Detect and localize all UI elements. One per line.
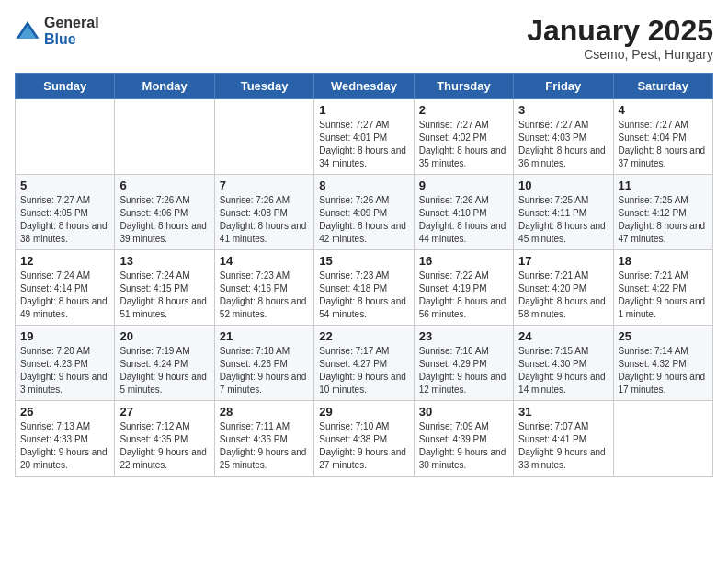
weekday-header: Thursday <box>414 74 513 99</box>
calendar-week-row: 1Sunrise: 7:27 AMSunset: 4:01 PMDaylight… <box>16 99 713 175</box>
weekday-header: Friday <box>514 74 613 99</box>
calendar-cell <box>16 99 115 175</box>
calendar-cell: 9Sunrise: 7:26 AMSunset: 4:10 PMDaylight… <box>414 175 513 250</box>
calendar-cell: 27Sunrise: 7:12 AMSunset: 4:35 PMDayligh… <box>115 401 214 477</box>
location: Csemo, Pest, Hungary <box>527 47 713 62</box>
day-number: 8 <box>319 178 408 192</box>
calendar-cell: 19Sunrise: 7:20 AMSunset: 4:23 PMDayligh… <box>16 326 115 401</box>
calendar-cell: 13Sunrise: 7:24 AMSunset: 4:15 PMDayligh… <box>115 250 214 326</box>
day-number: 13 <box>119 254 209 268</box>
calendar: SundayMondayTuesdayWednesdayThursdayFrid… <box>15 73 713 477</box>
calendar-cell: 25Sunrise: 7:14 AMSunset: 4:32 PMDayligh… <box>613 326 712 401</box>
day-info: Sunrise: 7:22 AMSunset: 4:19 PMDaylight:… <box>419 270 508 321</box>
day-number: 30 <box>419 405 508 419</box>
day-info: Sunrise: 7:18 AMSunset: 4:26 PMDaylight:… <box>220 345 309 396</box>
calendar-week-row: 12Sunrise: 7:24 AMSunset: 4:14 PMDayligh… <box>16 250 713 326</box>
day-number: 16 <box>419 254 508 268</box>
calendar-week-row: 5Sunrise: 7:27 AMSunset: 4:05 PMDaylight… <box>16 175 713 250</box>
day-number: 7 <box>220 178 309 192</box>
day-info: Sunrise: 7:27 AMSunset: 4:02 PMDaylight:… <box>419 119 508 170</box>
day-info: Sunrise: 7:27 AMSunset: 4:01 PMDaylight:… <box>319 119 408 170</box>
calendar-cell: 16Sunrise: 7:22 AMSunset: 4:19 PMDayligh… <box>414 250 513 326</box>
day-info: Sunrise: 7:26 AMSunset: 4:06 PMDaylight:… <box>119 194 209 246</box>
day-info: Sunrise: 7:27 AMSunset: 4:03 PMDaylight:… <box>518 119 608 170</box>
day-number: 5 <box>20 178 109 192</box>
day-number: 20 <box>119 329 209 343</box>
calendar-cell <box>214 99 313 175</box>
logo-blue: Blue <box>44 31 99 48</box>
day-info: Sunrise: 7:13 AMSunset: 4:33 PMDaylight:… <box>20 420 109 472</box>
day-number: 12 <box>20 254 109 268</box>
day-info: Sunrise: 7:15 AMSunset: 4:30 PMDaylight:… <box>518 345 608 396</box>
calendar-cell: 28Sunrise: 7:11 AMSunset: 4:36 PMDayligh… <box>214 401 313 477</box>
logo-text: General Blue <box>44 15 99 47</box>
calendar-cell <box>613 401 712 477</box>
day-number: 29 <box>319 405 408 419</box>
calendar-cell: 24Sunrise: 7:15 AMSunset: 4:30 PMDayligh… <box>514 326 613 401</box>
page-header: General Blue January 2025 Csemo, Pest, H… <box>15 15 713 62</box>
day-number: 9 <box>419 178 508 192</box>
calendar-cell: 23Sunrise: 7:16 AMSunset: 4:29 PMDayligh… <box>414 326 513 401</box>
day-info: Sunrise: 7:21 AMSunset: 4:20 PMDaylight:… <box>518 270 608 321</box>
calendar-cell <box>115 99 214 175</box>
day-info: Sunrise: 7:12 AMSunset: 4:35 PMDaylight:… <box>119 420 209 472</box>
day-number: 19 <box>20 329 109 343</box>
day-number: 17 <box>518 254 608 268</box>
calendar-cell: 6Sunrise: 7:26 AMSunset: 4:06 PMDaylight… <box>115 175 214 250</box>
day-info: Sunrise: 7:17 AMSunset: 4:27 PMDaylight:… <box>319 345 408 396</box>
day-info: Sunrise: 7:11 AMSunset: 4:36 PMDaylight:… <box>220 420 309 472</box>
day-number: 15 <box>319 254 408 268</box>
weekday-row: SundayMondayTuesdayWednesdayThursdayFrid… <box>16 74 713 99</box>
day-number: 2 <box>419 103 508 117</box>
day-number: 10 <box>518 178 608 192</box>
calendar-cell: 2Sunrise: 7:27 AMSunset: 4:02 PMDaylight… <box>414 99 513 175</box>
weekday-header: Monday <box>115 74 214 99</box>
day-info: Sunrise: 7:26 AMSunset: 4:10 PMDaylight:… <box>419 194 508 246</box>
day-info: Sunrise: 7:27 AMSunset: 4:05 PMDaylight:… <box>20 194 109 246</box>
calendar-cell: 3Sunrise: 7:27 AMSunset: 4:03 PMDaylight… <box>514 99 613 175</box>
day-number: 3 <box>518 103 608 117</box>
calendar-cell: 29Sunrise: 7:10 AMSunset: 4:38 PMDayligh… <box>314 401 414 477</box>
day-info: Sunrise: 7:16 AMSunset: 4:29 PMDaylight:… <box>419 345 508 396</box>
logo-icon <box>15 18 40 44</box>
day-number: 25 <box>619 329 708 343</box>
calendar-cell: 14Sunrise: 7:23 AMSunset: 4:16 PMDayligh… <box>214 250 313 326</box>
calendar-body: 1Sunrise: 7:27 AMSunset: 4:01 PMDaylight… <box>16 99 713 477</box>
day-info: Sunrise: 7:23 AMSunset: 4:16 PMDaylight:… <box>220 270 309 321</box>
day-info: Sunrise: 7:25 AMSunset: 4:12 PMDaylight:… <box>619 194 708 246</box>
day-number: 22 <box>319 329 408 343</box>
day-info: Sunrise: 7:07 AMSunset: 4:41 PMDaylight:… <box>518 420 608 472</box>
day-info: Sunrise: 7:25 AMSunset: 4:11 PMDaylight:… <box>518 194 608 246</box>
calendar-cell: 1Sunrise: 7:27 AMSunset: 4:01 PMDaylight… <box>314 99 414 175</box>
weekday-header: Tuesday <box>214 74 313 99</box>
day-info: Sunrise: 7:24 AMSunset: 4:15 PMDaylight:… <box>119 270 209 321</box>
calendar-cell: 30Sunrise: 7:09 AMSunset: 4:39 PMDayligh… <box>414 401 513 477</box>
day-number: 14 <box>220 254 309 268</box>
day-info: Sunrise: 7:26 AMSunset: 4:08 PMDaylight:… <box>220 194 309 246</box>
day-number: 11 <box>619 178 708 192</box>
day-number: 4 <box>619 103 708 117</box>
calendar-cell: 8Sunrise: 7:26 AMSunset: 4:09 PMDaylight… <box>314 175 414 250</box>
day-number: 23 <box>419 329 508 343</box>
calendar-cell: 11Sunrise: 7:25 AMSunset: 4:12 PMDayligh… <box>613 175 712 250</box>
calendar-cell: 15Sunrise: 7:23 AMSunset: 4:18 PMDayligh… <box>314 250 414 326</box>
day-number: 31 <box>518 405 608 419</box>
calendar-cell: 18Sunrise: 7:21 AMSunset: 4:22 PMDayligh… <box>613 250 712 326</box>
weekday-header: Sunday <box>16 74 115 99</box>
calendar-cell: 31Sunrise: 7:07 AMSunset: 4:41 PMDayligh… <box>514 401 613 477</box>
day-info: Sunrise: 7:21 AMSunset: 4:22 PMDaylight:… <box>619 270 708 321</box>
day-info: Sunrise: 7:23 AMSunset: 4:18 PMDaylight:… <box>319 270 408 321</box>
day-info: Sunrise: 7:24 AMSunset: 4:14 PMDaylight:… <box>20 270 109 321</box>
day-number: 21 <box>220 329 309 343</box>
day-info: Sunrise: 7:09 AMSunset: 4:39 PMDaylight:… <box>419 420 508 472</box>
calendar-cell: 22Sunrise: 7:17 AMSunset: 4:27 PMDayligh… <box>314 326 414 401</box>
calendar-cell: 5Sunrise: 7:27 AMSunset: 4:05 PMDaylight… <box>16 175 115 250</box>
day-number: 18 <box>619 254 708 268</box>
calendar-cell: 26Sunrise: 7:13 AMSunset: 4:33 PMDayligh… <box>16 401 115 477</box>
day-number: 27 <box>119 405 209 419</box>
calendar-week-row: 19Sunrise: 7:20 AMSunset: 4:23 PMDayligh… <box>16 326 713 401</box>
logo: General Blue <box>15 15 99 47</box>
weekday-header: Saturday <box>613 74 712 99</box>
day-number: 24 <box>518 329 608 343</box>
title-area: January 2025 Csemo, Pest, Hungary <box>527 15 713 62</box>
